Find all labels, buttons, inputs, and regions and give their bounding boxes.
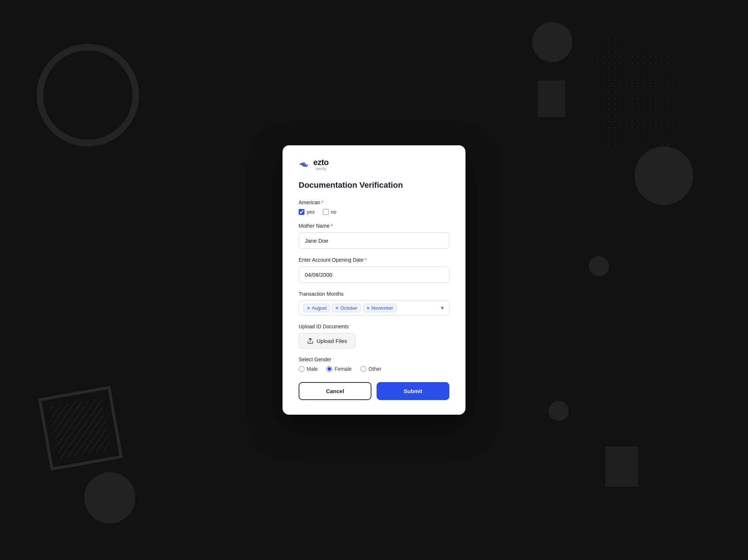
gender-label: Select Gender xyxy=(299,356,449,362)
gender-male-radio[interactable] xyxy=(299,366,304,372)
mother-name-field-group: Mother Name * xyxy=(299,223,449,249)
tag-august-label: August xyxy=(312,305,326,311)
tag-november-label: November xyxy=(371,305,393,311)
bg-rect-bottom-right xyxy=(605,447,638,487)
bg-circle-right-lower xyxy=(589,256,609,276)
bg-circle-right-mid xyxy=(635,146,693,205)
form-title: Documentation Verification xyxy=(299,180,449,190)
upload-field-group: Upload ID Documents Upload Files xyxy=(299,324,449,348)
gender-other-item[interactable]: Other xyxy=(360,366,381,372)
american-field-group: American * yes no xyxy=(299,199,449,215)
mother-name-label: Mother Name * xyxy=(299,223,449,229)
submit-button[interactable]: Submit xyxy=(377,382,449,400)
select-arrow-icon: ▼ xyxy=(440,305,445,311)
account-date-label: Enter Account Opening Date * xyxy=(299,257,449,263)
transaction-months-field-group: Transaction Months ✕ August ✕ October ✕ … xyxy=(299,291,449,316)
tag-august[interactable]: ✕ August xyxy=(303,304,330,312)
bg-circle-bottom-left xyxy=(84,472,135,523)
upload-files-button[interactable]: Upload Files xyxy=(299,333,355,348)
logo-waves-icon xyxy=(299,159,311,170)
transaction-months-select[interactable]: ✕ August ✕ October ✕ November ▼ xyxy=(299,300,449,316)
gender-female-item[interactable]: Female xyxy=(326,366,352,372)
american-yes-item[interactable]: yes xyxy=(299,209,315,215)
logo-brand: ezto xyxy=(313,158,329,167)
american-checkbox-row: yes no xyxy=(299,209,449,215)
gender-male-item[interactable]: Male xyxy=(299,366,318,372)
gender-female-radio[interactable] xyxy=(326,366,332,372)
upload-label: Upload ID Documents xyxy=(299,324,449,329)
logo-sub: Verify xyxy=(313,167,329,171)
mother-name-input[interactable] xyxy=(299,232,449,249)
required-star-mother: * xyxy=(331,223,333,229)
actions-row: Cancel Submit xyxy=(299,382,449,400)
bg-box-inner xyxy=(50,398,111,459)
upload-btn-label: Upload Files xyxy=(317,338,347,344)
american-yes-label[interactable]: yes xyxy=(307,209,315,215)
logo-area: ezto Verify xyxy=(299,158,449,171)
transaction-months-label: Transaction Months xyxy=(299,291,449,297)
tag-remove-october[interactable]: ✕ xyxy=(335,306,339,310)
bg-circle-bottom-right-sm xyxy=(549,401,569,421)
required-star-american: * xyxy=(321,199,323,205)
account-date-input[interactable] xyxy=(299,266,449,283)
bg-dots-top-right xyxy=(594,37,675,146)
logo-text-block: ezto Verify xyxy=(313,158,329,171)
american-no-checkbox[interactable] xyxy=(323,209,329,215)
tag-october-label: October xyxy=(340,305,357,311)
gender-field-group: Select Gender Male Female Other xyxy=(299,356,449,372)
american-no-label[interactable]: no xyxy=(331,209,337,215)
tag-remove-november[interactable]: ✕ xyxy=(366,306,370,310)
required-star-date: * xyxy=(364,257,366,263)
bg-box-left xyxy=(38,386,123,471)
tag-october[interactable]: ✕ October xyxy=(332,304,360,312)
gender-radio-row: Male Female Other xyxy=(299,366,449,372)
upload-icon xyxy=(307,337,314,344)
account-date-field-group: Enter Account Opening Date * xyxy=(299,257,449,283)
gender-other-label[interactable]: Other xyxy=(369,366,381,372)
bg-circle-top-right xyxy=(532,22,572,62)
tag-remove-august[interactable]: ✕ xyxy=(307,306,310,310)
cancel-button[interactable]: Cancel xyxy=(299,382,371,400)
american-label: American * xyxy=(299,199,449,205)
modal-card: ezto Verify Documentation Verification A… xyxy=(283,145,465,415)
gender-other-radio[interactable] xyxy=(360,366,366,372)
gender-female-label[interactable]: Female xyxy=(334,366,352,372)
american-no-item[interactable]: no xyxy=(323,209,337,215)
bg-rect-right xyxy=(538,81,565,117)
bg-circle-outline-left xyxy=(37,44,139,146)
tag-november[interactable]: ✕ November xyxy=(363,304,397,312)
american-yes-checkbox[interactable] xyxy=(299,209,304,215)
gender-male-label[interactable]: Male xyxy=(307,366,318,372)
